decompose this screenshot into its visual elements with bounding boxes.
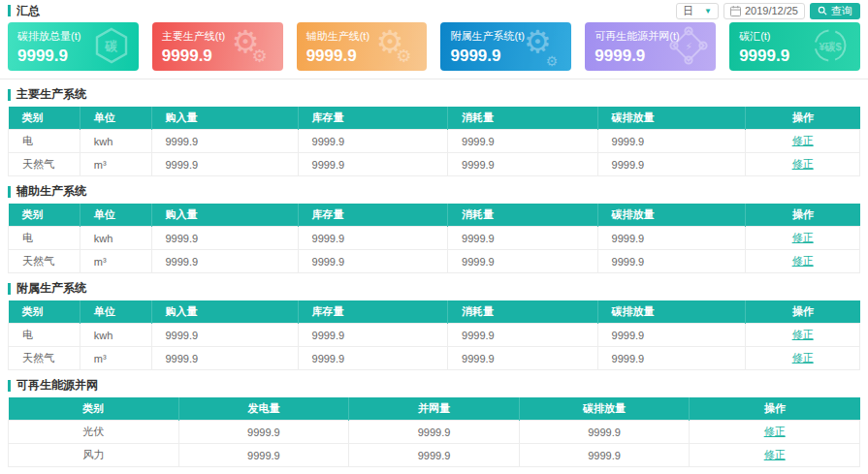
summary-card: 碳排放总量(t)9999.9碳 [8,22,139,71]
fix-link[interactable]: 修正 [764,449,786,460]
table-cell: kwh [80,130,151,153]
section-title-label: 辅助生产系统 [16,183,86,200]
column-header: 类别 [9,204,80,227]
column-header: 库存量 [298,204,448,227]
column-header: 单位 [80,107,151,130]
fix-link[interactable]: 修正 [764,426,786,437]
data-table: 类别单位购入量库存量消耗量碳排放量操作电kwh9999.99999.99999.… [8,300,860,370]
card-label: 碳排放总量(t) [17,29,129,44]
table-cell: 9999.9 [519,444,690,467]
column-header: 消耗量 [448,204,598,227]
date-value: 2019/12/25 [745,5,798,16]
section-title: 辅助生产系统 [8,183,860,200]
topbar: 汇总 日 ▼ 2019/12/25 查询 [0,0,868,19]
table-cell: 9999.9 [151,130,298,153]
table-cell: 9999.9 [519,421,690,444]
column-header: 并网量 [349,397,520,421]
table-header-row: 类别单位购入量库存量消耗量碳排放量操作 [9,204,860,227]
summary-cards: 碳排放总量(t)9999.9碳主要生产线(t)9999.9⚙⚙辅助生产线(t)9… [8,22,860,71]
column-header: 库存量 [298,107,448,130]
column-header: 操作 [746,204,860,227]
table-cell: 9999.9 [151,324,298,347]
table-cell: 9999.9 [597,227,746,250]
summary-card: 碳汇(t)9999.9¥碳$ [729,22,860,71]
table-cell: 9999.9 [597,347,746,370]
table-cell: 9999.9 [298,227,448,250]
table-cell: m³ [80,250,151,273]
column-header: 消耗量 [448,300,598,324]
card-value: 9999.9 [739,47,851,66]
fix-link[interactable]: 修正 [792,329,814,340]
table-row: 光伏9999.99999.99999.9修正 [9,421,860,444]
page-title: 汇总 [8,3,40,19]
title-accent-bar [8,380,11,392]
fix-link[interactable]: 修正 [792,255,814,267]
table-cell: 天然气 [9,250,80,273]
operation-cell: 修正 [746,130,860,153]
table-row: 电kwh9999.99999.99999.99999.9修正 [9,130,860,153]
table-cell: 9999.9 [178,444,349,467]
table-cell: 光伏 [9,421,179,444]
operation-cell: 修正 [690,421,860,444]
toolbar-controls: 日 ▼ 2019/12/25 查询 [676,3,860,19]
search-button[interactable]: 查询 [810,3,860,19]
table-cell: m³ [80,153,151,176]
table-cell: 9999.9 [448,227,598,250]
date-granularity-select[interactable]: 日 ▼ [676,3,719,19]
operation-cell: 修正 [746,153,860,176]
title-accent-bar [8,5,11,16]
column-header: 操作 [690,397,860,421]
table-cell: 9999.9 [151,347,298,370]
section: 可再生能源并网类别发电量并网量碳排放量操作光伏9999.99999.99999.… [0,377,868,467]
section: 主要生产系统类别单位购入量库存量消耗量碳排放量操作电kwh9999.99999.… [0,86,868,176]
section: 辅助生产系统类别单位购入量库存量消耗量碳排放量操作电kwh9999.99999.… [0,183,868,273]
table-cell: 电 [9,130,80,153]
column-header: 类别 [9,300,80,324]
table-cell: 9999.9 [178,421,349,444]
card-value: 9999.9 [595,47,706,66]
fix-link[interactable]: 修正 [792,135,814,146]
card-label: 附属生产系统(t) [450,29,562,44]
column-header: 购入量 [151,107,298,130]
title-accent-bar [8,186,11,198]
table-cell: m³ [80,347,151,370]
calendar-icon [730,6,741,16]
table-row: 天然气m³9999.99999.99999.99999.9修正 [9,347,860,370]
title-accent-bar [8,89,11,101]
summary-card: 主要生产线(t)9999.9⚙⚙ [152,22,283,71]
table-row: 电kwh9999.99999.99999.99999.9修正 [9,324,860,347]
table-cell: 9999.9 [298,250,448,273]
summary-card: 附属生产系统(t)9999.9⚙⚙ [440,22,571,71]
search-icon [818,6,827,16]
table-cell: 9999.9 [151,250,298,273]
title-accent-bar [8,283,11,295]
table-header-row: 类别发电量并网量碳排放量操作 [9,397,860,421]
table-cell: 9999.9 [298,153,448,176]
column-header: 购入量 [151,204,298,227]
table-cell: 9999.9 [448,324,598,347]
table-cell: 9999.9 [597,130,746,153]
fix-link[interactable]: 修正 [792,352,814,363]
operation-cell: 修正 [746,347,860,370]
table-cell: 9999.9 [349,444,520,467]
column-header: 类别 [9,107,80,130]
fix-link[interactable]: 修正 [792,158,814,170]
table-cell: 9999.9 [448,153,598,176]
table-cell: 9999.9 [298,130,448,153]
column-header: 碳排放量 [597,107,746,130]
operation-cell: 修正 [746,227,860,250]
table-row: 天然气m³9999.99999.99999.99999.9修正 [9,250,860,273]
table-cell: 9999.9 [597,324,746,347]
table-cell: 9999.9 [597,153,746,176]
summary-card: 可再生能源并网(t)9999.9⚡ [585,22,716,71]
fix-link[interactable]: 修正 [792,232,814,243]
table-header-row: 类别单位购入量库存量消耗量碳排放量操作 [9,300,860,324]
table-cell: 9999.9 [448,347,598,370]
table-cell: 9999.9 [448,250,598,273]
column-header: 操作 [746,300,860,324]
section-title: 主要生产系统 [8,86,860,103]
date-input[interactable]: 2019/12/25 [723,3,805,19]
operation-cell: 修正 [746,324,860,347]
card-value: 9999.9 [17,47,129,66]
section: 附属生产系统类别单位购入量库存量消耗量碳排放量操作电kwh9999.99999.… [0,280,868,370]
